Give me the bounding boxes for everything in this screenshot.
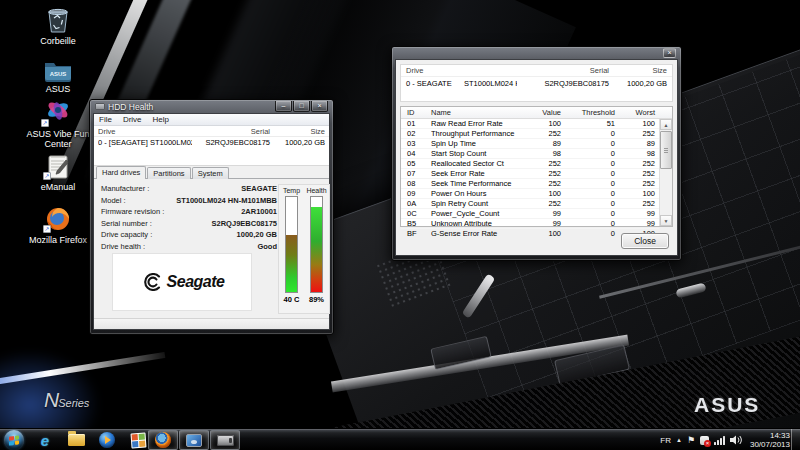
- drive-size: 1000,20 GB: [609, 79, 667, 88]
- tab-system[interactable]: System: [192, 167, 229, 179]
- desktop-icon-label: ASUS Vibe Fun Center: [27, 129, 90, 149]
- scroll-up-icon[interactable]: ▲: [660, 119, 672, 130]
- value-column-header: Value: [517, 108, 561, 117]
- info-value: 1000,20 GB: [237, 230, 277, 239]
- tab-hard-drives[interactable]: Hard drives: [96, 166, 146, 179]
- system-tray: FR ▲ ⚑ 14:33 30/07/2013: [660, 429, 790, 450]
- tray-date: 30/07/2013: [750, 440, 790, 449]
- menu-item[interactable]: File: [99, 115, 112, 124]
- taskbar-firefox-running[interactable]: [148, 430, 178, 450]
- scrollbar-thumb[interactable]: [660, 131, 672, 169]
- smart-window-titlebar[interactable]: ×: [395, 47, 678, 59]
- table-row[interactable]: 07 Seek Error Rate 252 0 252: [401, 169, 659, 179]
- vertical-scrollbar[interactable]: ▲ ▼: [659, 119, 672, 226]
- smart-attributes-window: × Drive Serial Size 0 - SEAGATE ST1000LM…: [391, 46, 682, 261]
- drive-list-header: Drive Serial Size: [401, 65, 672, 77]
- svg-text:ASUS: ASUS: [50, 71, 67, 77]
- close-icon[interactable]: ×: [663, 48, 676, 58]
- name-column-header: Name: [431, 108, 517, 117]
- temp-gauge-value: 40 C: [284, 295, 300, 304]
- shortcut-arrow-icon: ↗: [43, 225, 51, 233]
- asus-vibe-icon: ↗: [43, 97, 73, 127]
- info-value: ST1000LM024 HN-M101MBB: [176, 196, 277, 205]
- taskbar-media-player[interactable]: [93, 430, 121, 450]
- volume-icon[interactable]: [730, 435, 742, 445]
- language-indicator[interactable]: FR: [660, 436, 671, 445]
- serial-column-header: Serial: [517, 66, 609, 75]
- hidden-icons-arrow-icon[interactable]: ▲: [676, 437, 682, 443]
- drive-serial: S2RQJ9EBC08175: [517, 79, 609, 88]
- table-row[interactable]: 04 Start Stop Count 98 0 98: [401, 149, 659, 159]
- series-word: Series: [58, 397, 89, 409]
- table-row[interactable]: B5 Unknown Attribute 99 0 99: [401, 219, 659, 229]
- menu-item[interactable]: Drive: [123, 115, 142, 124]
- hdd-window-titlebar[interactable]: HDD Health – □ ×: [93, 100, 330, 113]
- windows-logo-icon: [9, 435, 19, 445]
- drive-serial: S2RQJ9EBC08175: [192, 138, 270, 147]
- threshold-column-header: Threshold: [561, 108, 615, 117]
- info-label: Firmware revision :: [101, 207, 164, 216]
- table-row[interactable]: 02 Throughput Performance 252 0 252: [401, 129, 659, 139]
- internet-explorer-icon: e: [41, 432, 49, 449]
- series-letter: N: [44, 388, 58, 411]
- desktop-icon-asus-folder[interactable]: ASUS ASUS: [14, 52, 102, 94]
- table-row[interactable]: 0C Power_Cycle_Count 99 0 99: [401, 209, 659, 219]
- taskbar-utility-running[interactable]: [179, 430, 209, 450]
- minimize-icon[interactable]: –: [275, 101, 292, 112]
- shortcut-arrow-icon: ↗: [43, 172, 51, 180]
- drive-row[interactable]: 0 - SEAGATE ST1000LM024 HN-M101MBB S2RQJ…: [401, 77, 672, 89]
- health-gauge: Health 89%: [306, 187, 328, 313]
- taskbar: e FR ▲ ⚑ 14:33 30/07/2013: [0, 428, 800, 450]
- close-icon[interactable]: ×: [311, 101, 328, 112]
- info-value: S2RQJ9EBC08175: [212, 219, 277, 228]
- alert-icon[interactable]: [700, 436, 709, 445]
- show-desktop-button[interactable]: [791, 429, 800, 450]
- table-rows: 01 Raw Read Error Rate 100 51 100 02 Thr…: [401, 119, 659, 226]
- table-row[interactable]: 0A Spin Retry Count 252 0 252: [401, 199, 659, 209]
- start-button[interactable]: [4, 430, 24, 450]
- desktop-icon-recycle-bin[interactable]: Corbeille: [14, 4, 102, 46]
- health-gauge-fill: [311, 207, 322, 292]
- drive-row[interactable]: 0 - [SEAGATE] ST1000LM024 HN-M101MBB S2R…: [94, 137, 329, 148]
- temp-gauge-fill: [286, 235, 297, 292]
- table-row[interactable]: 03 Spin Up Time 89 0 89: [401, 139, 659, 149]
- wallpaper-series-label: NSeries: [44, 388, 89, 412]
- taskbar-internet-explorer[interactable]: e: [31, 430, 59, 450]
- hdd-drive-list[interactable]: Drive Serial Size 0 - [SEAGATE] ST1000LM…: [94, 126, 329, 166]
- info-label: Serial number :: [101, 219, 152, 228]
- info-value: Good: [257, 242, 277, 251]
- action-center-flag-icon[interactable]: ⚑: [687, 436, 695, 445]
- clock[interactable]: 14:33 30/07/2013: [750, 431, 790, 449]
- drive-column-header: Drive: [406, 66, 464, 75]
- maximize-icon[interactable]: □: [293, 101, 310, 112]
- firefox-icon: ↗: [45, 203, 71, 233]
- tab-strip: Hard drives Partitions System: [94, 166, 329, 179]
- tab-partitions[interactable]: Partitions: [147, 167, 190, 179]
- health-gauge-bar: [310, 196, 323, 293]
- table-row[interactable]: 05 Reallocated Sector Ct 252 0 252: [401, 159, 659, 169]
- asus-folder-icon: ASUS: [43, 52, 73, 82]
- drive-list-header: Drive Serial Size: [94, 126, 329, 137]
- taskbar-hdd-health-running[interactable]: [210, 430, 240, 450]
- smart-drive-list[interactable]: Drive Serial Size 0 - SEAGATE ST1000LM02…: [400, 64, 673, 102]
- desktop-icon-label: eManual: [41, 182, 76, 192]
- drive-model: ST1000LM024 HN-M101MBB: [464, 79, 517, 88]
- info-value: SEAGATE: [241, 184, 277, 193]
- taskbar-explorer[interactable]: [62, 430, 90, 450]
- scroll-down-icon[interactable]: ▼: [660, 215, 672, 226]
- health-gauge-value: 89%: [309, 295, 324, 304]
- table-row[interactable]: 08 Seek Time Performance 252 0 252: [401, 179, 659, 189]
- menu-item[interactable]: Help: [153, 115, 169, 124]
- temp-gauge: Temp 40 C: [281, 187, 303, 313]
- info-row: Drive capacity : 1000,20 GB: [101, 229, 277, 241]
- gauges-panel: Temp 40 C Health 89%: [278, 184, 330, 314]
- desktop-icon-label: Corbeille: [40, 36, 76, 46]
- close-button[interactable]: Close: [621, 233, 669, 249]
- table-row[interactable]: 01 Raw Read Error Rate 100 51 100: [401, 119, 659, 129]
- network-icon[interactable]: [714, 436, 725, 445]
- emanual-icon: ↗: [45, 150, 71, 180]
- drive-name: 0 - [SEAGATE] ST1000LM024 HN-M101MBB: [98, 138, 192, 147]
- hdd-window-body: FileDriveHelp Drive Serial Size 0 - [SEA…: [93, 113, 330, 330]
- smart-window-body: Drive Serial Size 0 - SEAGATE ST1000LM02…: [395, 59, 678, 256]
- table-row[interactable]: 09 Power On Hours 100 0 100: [401, 189, 659, 199]
